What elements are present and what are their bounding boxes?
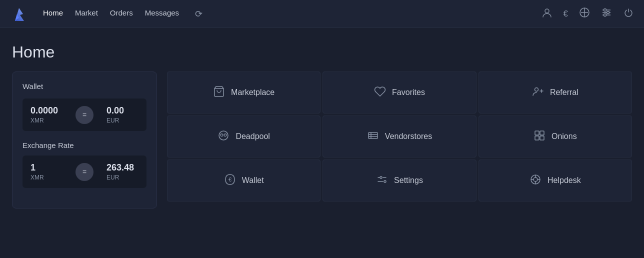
- svg-rect-23: [535, 131, 539, 135]
- exchange-title: Exchange Rate: [22, 141, 146, 150]
- grid-item-marketplace[interactable]: Marketplace: [167, 72, 320, 114]
- grid-item-wallet[interactable]: € Wallet: [167, 160, 320, 202]
- referral-label: Referral: [550, 88, 578, 97]
- nav-messages[interactable]: Messages: [145, 8, 179, 20]
- grid-section: Marketplace Favorites Referral Deadpool …: [167, 72, 632, 208]
- helpdesk-label: Helpdesk: [548, 176, 581, 185]
- grid-item-helpdesk[interactable]: Helpdesk: [478, 160, 632, 202]
- vendorstores-icon: [367, 130, 379, 144]
- favorites-icon: [374, 86, 386, 100]
- exchange-row: 1 XMR = 263.48 EUR: [22, 156, 146, 188]
- exchange-xmr-currency: XMR: [30, 174, 62, 181]
- svg-point-10: [607, 12, 610, 14]
- nav-home[interactable]: Home: [43, 8, 63, 20]
- wallet-card: Wallet 0.0000 XMR = 0.00 EUR Exchange Ra…: [12, 72, 157, 208]
- svg-rect-24: [540, 131, 544, 135]
- grid-item-referral[interactable]: Referral: [478, 72, 632, 114]
- balance-eur-amount: 0.00: [106, 106, 138, 116]
- grid-item-favorites[interactable]: Favorites: [322, 72, 476, 114]
- exchange-xmr-amount: 1: [30, 162, 62, 173]
- exchange-equals-icon: =: [76, 163, 94, 181]
- referral-icon: [532, 86, 544, 100]
- navbar-right: €: [542, 7, 634, 20]
- svg-rect-25: [535, 136, 539, 140]
- equals-icon: =: [76, 106, 94, 124]
- svg-point-2: [545, 9, 549, 13]
- svg-rect-26: [540, 136, 544, 140]
- main-content: Wallet 0.0000 XMR = 0.00 EUR Exchange Ra…: [0, 72, 644, 208]
- svg-point-11: [604, 14, 606, 16]
- svg-rect-19: [368, 132, 378, 138]
- page-title: Home: [0, 28, 644, 72]
- grid-item-vendorstores[interactable]: Vendorstores: [322, 116, 476, 158]
- svg-text:€: €: [228, 176, 232, 182]
- onions-icon: [534, 130, 546, 144]
- euro-icon[interactable]: €: [564, 9, 568, 19]
- wallet-label: Wallet: [242, 176, 264, 185]
- marketplace-icon: [213, 86, 225, 100]
- balance-xmr-section: 0.0000 XMR: [22, 98, 70, 131]
- grid-item-settings[interactable]: Settings: [322, 160, 476, 202]
- onions-label: Onions: [552, 132, 577, 141]
- helpdesk-icon: [530, 174, 542, 188]
- balance-eur-currency: EUR: [106, 117, 138, 124]
- logo[interactable]: [10, 5, 28, 23]
- balance-eur-section: 0.00 EUR: [98, 98, 146, 131]
- balance-xmr-amount: 0.0000: [30, 106, 62, 116]
- wallet-icon: €: [224, 174, 236, 188]
- settings-label: Settings: [394, 176, 423, 185]
- marketplace-label: Marketplace: [231, 88, 274, 97]
- exchange-eur-section: 263.48 EUR: [98, 156, 146, 188]
- grid-item-onions[interactable]: Onions: [478, 116, 632, 158]
- balance-xmr-currency: XMR: [30, 117, 62, 124]
- logo-icon: [10, 5, 28, 23]
- user-icon[interactable]: [542, 7, 552, 20]
- exchange-xmr-section: 1 XMR: [22, 156, 70, 188]
- navbar-links: Home Market Orders Messages ⟳: [43, 8, 542, 20]
- nav-orders[interactable]: Orders: [110, 8, 133, 20]
- deadpool-icon: [218, 130, 230, 144]
- favorites-label: Favorites: [392, 88, 425, 97]
- deadpool-label: Deadpool: [236, 132, 270, 141]
- grid-container: Marketplace Favorites Referral Deadpool …: [167, 72, 632, 202]
- refresh-icon[interactable]: ⟳: [195, 8, 202, 20]
- exchange-eur-currency: EUR: [106, 174, 138, 181]
- navbar: Home Market Orders Messages ⟳ €: [0, 0, 644, 28]
- sliders-icon[interactable]: [601, 7, 612, 20]
- balance-row: 0.0000 XMR = 0.00 EUR: [22, 98, 146, 131]
- nav-market[interactable]: Market: [75, 8, 98, 20]
- vendorstores-label: Vendorstores: [385, 132, 432, 141]
- power-icon[interactable]: [623, 7, 634, 20]
- svg-point-13: [534, 88, 538, 91]
- face-icon[interactable]: [579, 7, 590, 20]
- grid-item-deadpool[interactable]: Deadpool: [167, 116, 320, 158]
- exchange-eur-amount: 263.48: [106, 162, 138, 173]
- svg-point-29: [534, 178, 538, 182]
- settings-icon: [376, 174, 388, 188]
- wallet-title: Wallet: [22, 82, 146, 90]
- svg-point-9: [604, 9, 606, 12]
